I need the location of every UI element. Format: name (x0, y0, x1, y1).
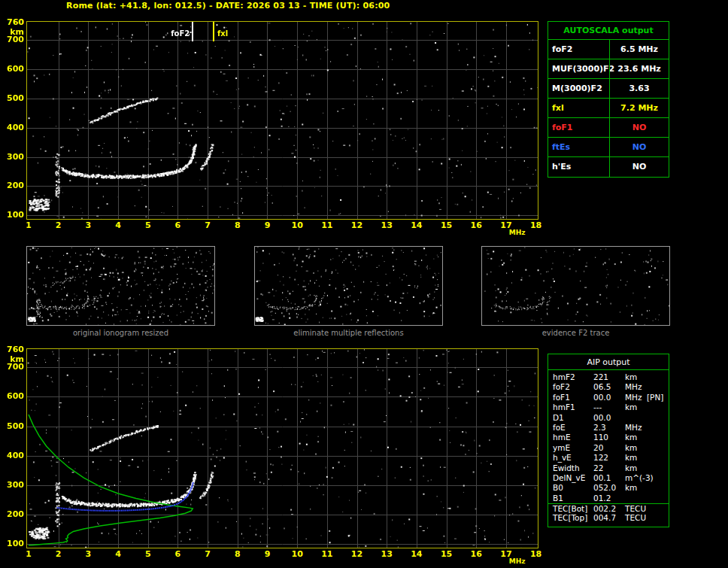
aip-row-value: 22 (593, 463, 603, 473)
x-tick-label: 4 (111, 221, 126, 230)
thumbnail-canvas-reflections (255, 247, 442, 325)
autoscala-output-table: AUTOSCALA output foF26.5 MHzMUF(3000)F22… (548, 21, 669, 178)
x-tick-label: 18 (529, 221, 544, 230)
x-tick-label: 9 (259, 550, 275, 559)
aip-table-title: AIP output (548, 354, 669, 370)
aip-row: B101.2 (548, 494, 669, 503)
x-tick-label: 6 (170, 221, 185, 230)
aip-row: foF206.5MHz (548, 382, 669, 392)
aip-row-unit: km (625, 443, 637, 453)
x-axis-unit: MHz (509, 557, 526, 566)
aip-row-label: h_vE (553, 453, 572, 463)
y-axis-unit: km (4, 28, 24, 37)
aip-row: foF100.0MHz[PN] (548, 393, 669, 402)
aip-row-unit: km (625, 463, 637, 473)
aip-row: B0052.0km (548, 483, 669, 493)
aip-row-label: foF2 (553, 382, 570, 392)
thumbnail-canvas-f2 (482, 247, 669, 325)
marker-line-foF2 (192, 22, 193, 41)
y-tick-label: 300 (4, 481, 24, 490)
aip-row-value: 004.7 (593, 513, 616, 523)
aip-row-label: B1 (553, 494, 563, 503)
aip-row-unit: MHz (625, 382, 642, 392)
thumbnail-caption-original: original ionogram resized (26, 329, 215, 337)
x-tick-label: 2 (51, 550, 66, 559)
thumbnail-caption-reflections: eliminate multiple reflections (254, 329, 443, 337)
autoscala-row-value: 7.2 MHz (609, 99, 669, 117)
marker-label-fxl: fxl (217, 29, 243, 38)
aip-row: hmE110km (548, 433, 669, 442)
aip-row-unit: MHz (625, 393, 642, 402)
thumbnail-f2-trace (481, 246, 670, 326)
x-tick-label: 3 (80, 550, 96, 559)
aip-row-label: B0 (553, 483, 563, 493)
aip-row-label: DelN_vE (553, 473, 585, 483)
y-tick-label: 400 (4, 451, 24, 460)
x-tick-label: 5 (141, 550, 156, 559)
aip-row: DelN_vE00.1m^(-3) (548, 473, 669, 483)
autoscala-row: foF26.5 MHz (548, 40, 669, 59)
x-tick-label: 7 (200, 221, 215, 230)
ionogram-plot-bottom (26, 348, 538, 548)
y-tick-label: 300 (4, 153, 24, 162)
aip-row-value: 20 (593, 443, 603, 453)
aip-row-value: 01.2 (593, 494, 611, 503)
autoscala-row: MUF(3000)F223.6 MHz (548, 59, 669, 79)
autoscala-row: h'EsNO (548, 157, 669, 177)
aip-row-unit: km (625, 483, 637, 493)
y-tick-label: 600 (4, 65, 24, 74)
x-tick-label: 13 (379, 550, 394, 559)
aip-row-label: foF1 (553, 393, 570, 402)
x-tick-label: 5 (141, 221, 156, 230)
aip-row-value: --- (593, 402, 602, 412)
x-tick-label: 14 (409, 550, 424, 559)
x-tick-label: 1 (21, 550, 36, 559)
autoscala-row-label: MUF(3000)F2 (548, 59, 609, 78)
y-tick-label: 200 (4, 181, 24, 190)
aip-row-label: foE (553, 423, 566, 433)
y-tick-label: 760 (4, 345, 24, 354)
autoscala-row-value: 23.6 MHz (609, 59, 669, 78)
x-tick-label: 14 (409, 221, 424, 230)
autoscala-row-value: NO (609, 118, 669, 137)
x-tick-label: 15 (439, 221, 454, 230)
x-tick-label: 3 (80, 221, 96, 230)
x-tick-label: 15 (439, 550, 454, 559)
aip-row-label: hmE (553, 433, 571, 442)
aip-row-label: hmF1 (553, 402, 575, 412)
aip-row: foE2.3MHz (548, 423, 669, 433)
aip-row-label: Ewidth (553, 463, 580, 473)
station-date-title: Rome (lat: +41.8, lon: 012.5) - DATE: 20… (66, 1, 390, 11)
autoscala-row-value: 3.63 (609, 79, 669, 98)
aip-row: hmF2221km (548, 372, 669, 382)
marker-line-fxl (213, 22, 214, 41)
x-tick-label: 12 (350, 550, 365, 559)
thumbnail-original-ionogram (26, 246, 215, 326)
marker-label-foF2: foF2 (164, 29, 190, 38)
aip-row-value: 052.0 (593, 483, 616, 493)
y-tick-label: 200 (4, 510, 24, 519)
aip-row: hmF1---km (548, 402, 669, 412)
aip-output-table: AIP output hmF2221kmfoF206.5MHzfoF100.0M… (548, 354, 669, 527)
aip-row-label: TEC[Bot] (553, 504, 587, 514)
autoscala-row-label: ftEs (548, 138, 609, 156)
x-tick-label: 7 (200, 550, 215, 559)
x-tick-label: 10 (290, 221, 305, 230)
y-tick-label: 500 (4, 94, 24, 103)
y-tick-label: 100 (4, 211, 24, 220)
aip-row-unit: km (625, 402, 637, 412)
aip-row-unit: km (625, 372, 637, 382)
ionogram-canvas-top (27, 22, 538, 219)
x-tick-label: 16 (469, 550, 484, 559)
x-tick-label: 8 (230, 221, 245, 230)
autoscala-row-value: NO (609, 157, 669, 177)
y-tick-label: 600 (4, 392, 24, 401)
aip-row: Ewidth22km (548, 463, 669, 473)
autoscala-row-label: foF1 (548, 118, 609, 137)
autoscala-row-value: 6.5 MHz (609, 40, 669, 59)
aip-table-rows: hmF2221kmfoF206.5MHzfoF100.0MHz[PN]hmF1-… (548, 372, 669, 524)
aip-row: h_vE122km (548, 453, 669, 463)
thumbnail-multiple-reflections (254, 246, 443, 326)
aip-row-unit: MHz (625, 423, 642, 433)
aip-row-value: 110 (593, 433, 608, 442)
